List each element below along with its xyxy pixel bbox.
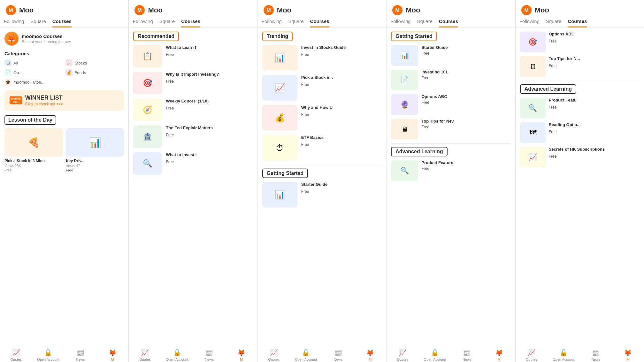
nav-open-account-4[interactable]: 🔓 Open Account — [419, 349, 451, 361]
gs-title-3-0: Starter Guide — [301, 182, 327, 187]
tab-courses-1[interactable]: Courses — [52, 19, 72, 27]
tab-following-2[interactable]: Following — [133, 19, 153, 27]
adv4-card-0[interactable]: 🔍 Product Feature Free — [391, 160, 510, 181]
trending-thumb-1: 📈 — [262, 75, 297, 101]
tab-square-3[interactable]: Square — [288, 19, 303, 27]
lesson-card-1[interactable]: 📊 Key Driv... Views 47 Free — [66, 128, 124, 172]
gs4-card-3[interactable]: 🖥 Top Tips for Nev Free — [391, 119, 510, 140]
nav-news-4[interactable]: 📰 News — [451, 349, 483, 361]
nav-m-5[interactable]: 🦊 M — [612, 349, 644, 361]
cat-op[interactable]: 📄 Op... — [4, 69, 63, 76]
gs4-card-0[interactable]: 📊 Starter Guide Free — [391, 45, 510, 66]
course-title-2-0: What to Learn f — [166, 45, 196, 50]
quotes-label-2: Quotes — [139, 358, 150, 361]
cat-funds[interactable]: 💰 Funds — [65, 69, 124, 76]
course-thumb-2-0: 📋 — [133, 45, 162, 67]
m-label-1: M — [111, 358, 114, 361]
lesson-card-0[interactable]: 🍕 Pick a Stock in 3 Mins Views 23K Free — [4, 128, 63, 172]
adv4-info-0: Product Feature Free — [421, 160, 453, 171]
tab-square-4[interactable]: Square — [417, 19, 433, 27]
cat-funds-label: Funds — [74, 70, 86, 75]
gs5-card-0[interactable]: 🎯 Options ABC Free — [520, 32, 640, 52]
tab-square-2[interactable]: Square — [159, 19, 175, 27]
trending-card-0[interactable]: 📊 Invest in Stocks Guide Free — [262, 45, 382, 71]
tab-courses-3[interactable]: Courses — [310, 19, 329, 27]
winner-banner[interactable]: WeeklyWin WINNER LIST Click to check out… — [4, 90, 124, 111]
trending-card-1[interactable]: 📈 Pick a Stock in : Free — [262, 75, 382, 101]
gs5-card-1[interactable]: 🖥 Top Tips for N... Free — [520, 56, 640, 77]
gs-card-3-0[interactable]: 📊 Starter Guide Free — [262, 182, 382, 207]
gs5-title-0: Options ABC — [549, 32, 574, 37]
adv5-free-0: Free — [549, 105, 577, 109]
cat-stocks[interactable]: 📈 Stocks — [65, 59, 124, 66]
gs4-card-1[interactable]: 📄 Investing 101 Free — [391, 70, 510, 90]
tab-courses-5[interactable]: Courses — [568, 19, 587, 27]
course-free-2-2: Free — [166, 106, 209, 110]
nav-open-account-3[interactable]: 🔓 Open Account — [290, 349, 322, 361]
svg-text:M: M — [9, 8, 13, 13]
course-card-2-1[interactable]: 🎯 Why Is It Import Investing? Free — [133, 72, 253, 94]
nav-news-1[interactable]: 📰 News — [64, 349, 96, 361]
tab-square-1[interactable]: Square — [30, 19, 46, 27]
nav-open-account-1[interactable]: 🔓 Open Account — [32, 349, 65, 361]
tab-following-3[interactable]: Following — [262, 19, 282, 27]
trending-free-2: Free — [301, 112, 333, 117]
adv5-card-0[interactable]: 🔍 Product Featu Free — [520, 98, 640, 118]
nav-news-5[interactable]: 📰 News — [580, 349, 612, 361]
tab-following-5[interactable]: Following — [519, 19, 540, 27]
nav-quotes-5[interactable]: 📈 Quotes — [516, 349, 548, 361]
gs-info-3-0: Starter Guide Free — [301, 182, 327, 194]
nav-open-account-2[interactable]: 🔓 Open Account — [161, 349, 193, 361]
gs4-thumb-0: 📊 — [391, 45, 418, 66]
cat-stocks-icon: 📈 — [65, 59, 73, 66]
quotes-icon-5: 📈 — [527, 349, 535, 357]
adv5-card-1[interactable]: 🗺 Reading Optio... Free — [520, 122, 640, 143]
nav-quotes-1[interactable]: 📈 Quotes — [0, 349, 32, 361]
tab-courses-2[interactable]: Courses — [181, 19, 200, 27]
nav-m-3[interactable]: 🦊 M — [354, 349, 387, 361]
cat-all[interactable]: ⊞ All — [4, 59, 63, 66]
lesson-views-1: Views 47 — [66, 164, 124, 168]
nav-open-account-5[interactable]: 🔓 Open Account — [548, 349, 580, 361]
m-icon-4: 🦊 — [495, 349, 503, 357]
course-card-2-4[interactable]: 🔍 What to Invest i Free — [133, 152, 253, 175]
course-free-2-4: Free — [166, 160, 196, 164]
logo-text-5: Moo — [535, 6, 549, 14]
adv5-info-2: Secrets of HK Subscriptions Free — [549, 147, 605, 168]
tab-following-1[interactable]: Following — [4, 19, 24, 27]
nav-quotes-2[interactable]: 📈 Quotes — [129, 349, 161, 361]
nav-m-1[interactable]: 🦊 M — [96, 349, 129, 361]
gs4-title-1: Investing 101 — [421, 70, 448, 74]
profile-row[interactable]: 🦊 moomoo Courses Record your learning jo… — [4, 32, 124, 46]
course-card-2-2[interactable]: 🧭 Weekly Editors' (1/10) Free — [133, 99, 253, 121]
header-2: M Moo — [129, 0, 257, 19]
tab-square-5[interactable]: Square — [546, 19, 561, 27]
adv4-thumb-0: 🔍 — [391, 160, 418, 181]
content-5: 🎯 Options ABC Free 🖥 Top Tips for N... F… — [516, 28, 644, 347]
tab-courses-4[interactable]: Courses — [439, 19, 458, 27]
tab-following-4[interactable]: Following — [390, 19, 410, 27]
course-card-2-0[interactable]: 📋 What to Learn f Free — [133, 45, 253, 67]
adv5-thumb-2: 📈 — [520, 147, 546, 168]
nav-tabs-1: Following Square Courses — [0, 19, 128, 28]
nav-m-2[interactable]: 🦊 M — [225, 349, 257, 361]
course-card-2-3[interactable]: 🏦 The Fed Explair Matters Free — [133, 125, 253, 148]
trending-card-2[interactable]: 💰 Why and How U Free — [262, 105, 382, 131]
cat-moomoo[interactable]: 🎓 moomoo Tutori... — [4, 79, 63, 86]
quotes-label-3: Quotes — [268, 358, 279, 361]
nav-quotes-3[interactable]: 📈 Quotes — [258, 349, 290, 361]
adv5-card-2[interactable]: 📈 Secrets of HK Subscriptions Free — [520, 147, 640, 168]
gs4-title-2: Options ABC — [421, 94, 447, 99]
adv4-title-0: Product Feature — [421, 160, 453, 165]
trending-card-3[interactable]: ⏱ ETF Basics Free — [262, 135, 382, 161]
nav-news-3[interactable]: 📰 News — [322, 349, 354, 361]
gs4-card-2[interactable]: 🔮 Options ABC Free — [391, 94, 510, 115]
nav-news-2[interactable]: 📰 News — [193, 349, 226, 361]
gs4-free-1: Free — [421, 76, 448, 80]
nav-quotes-4[interactable]: 📈 Quotes — [387, 349, 419, 361]
getting-started-header-4: Getting Started — [391, 32, 437, 41]
open-account-label-3: Open Account — [295, 358, 317, 361]
nav-m-4[interactable]: 🦊 M — [483, 349, 515, 361]
news-icon-1: 📰 — [76, 349, 84, 357]
m-label-2: M — [240, 358, 243, 361]
